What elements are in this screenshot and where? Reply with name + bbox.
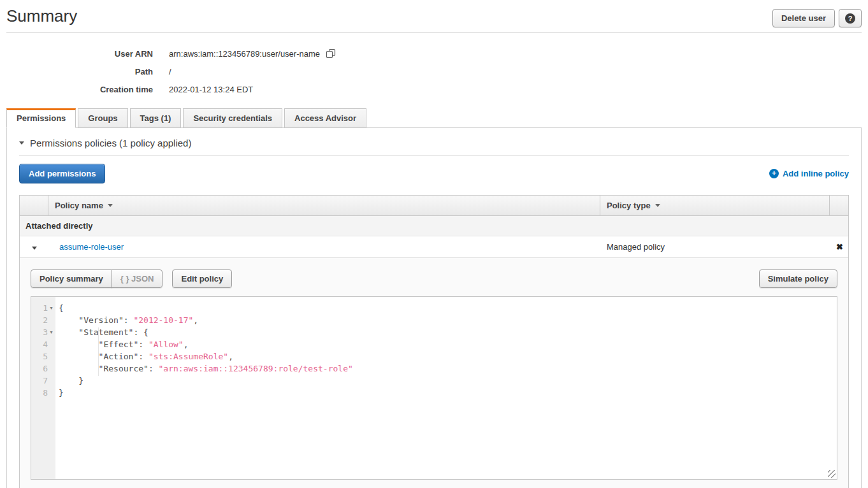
editor-code-line[interactable]: "Effect": "Allow",: [59, 338, 837, 350]
section-divider: [19, 155, 849, 156]
simulate-policy-button[interactable]: Simulate policy: [759, 269, 837, 288]
add-permissions-button[interactable]: Add permissions: [19, 164, 105, 183]
editor-line-number: 2: [31, 314, 55, 326]
add-inline-policy-label: Add inline policy: [783, 169, 849, 178]
header-actions: Delete user ?: [772, 9, 862, 27]
user-arn-label: User ARN: [0, 49, 153, 59]
creation-time-value: 2022-01-12 13:24 EDT: [169, 85, 253, 94]
group-row-label: Attached directly: [25, 221, 92, 231]
indent-guide: [98, 327, 99, 376]
tab-access-advisor[interactable]: Access Advisor: [284, 108, 366, 128]
help-icon: ?: [845, 13, 855, 24]
path-label: Path: [0, 67, 153, 76]
editor-line-number: 4: [31, 338, 55, 350]
tab-tags[interactable]: Tags (1): [130, 108, 182, 128]
policy-row: assume-role-user Managed policy ✖: [20, 236, 848, 258]
page-header: Summary Delete user ?: [0, 0, 868, 27]
remove-policy-icon[interactable]: ✖: [836, 242, 843, 252]
policy-name-link[interactable]: assume-role-user: [59, 242, 124, 252]
fold-arrow-icon[interactable]: ▾: [48, 326, 55, 338]
editor-code-line[interactable]: "Statement": {: [59, 326, 837, 338]
delete-user-button[interactable]: Delete user: [772, 9, 835, 27]
editor-line-number: 7: [31, 375, 55, 387]
editor-line-number: 3▾: [31, 326, 55, 338]
page-title: Summary: [6, 5, 77, 27]
tab-permissions[interactable]: Permissions: [6, 108, 76, 128]
tab-groups[interactable]: Groups: [78, 108, 127, 128]
policy-table-header: Policy name Policy type: [20, 196, 848, 216]
policy-table: Policy name Policy type Attached directl…: [19, 195, 849, 488]
editor-line-number: 5: [31, 350, 55, 362]
editor-gutter: 1▾2 3▾4 5 6 7 8: [31, 297, 55, 479]
policy-type-column-header[interactable]: Policy type: [600, 196, 830, 215]
fold-arrow-icon[interactable]: ▾: [48, 302, 55, 314]
copy-arn-icon[interactable]: [326, 48, 336, 59]
creation-time-label: Creation time: [0, 85, 153, 94]
editor-code-line[interactable]: }: [59, 375, 837, 387]
editor-line-number: 1▾: [31, 302, 55, 314]
policy-actions-row: Add permissions + Add inline policy: [19, 164, 849, 183]
policy-group-row: Attached directly: [20, 216, 848, 236]
policy-detail-toolbar: Policy summary { } JSON Edit policy Simu…: [31, 269, 837, 288]
sort-arrow-icon[interactable]: [655, 204, 660, 207]
editor-code-line[interactable]: "Version": "2012-10-17",: [59, 314, 837, 326]
editor-line-number: 6: [31, 362, 55, 375]
permissions-policies-title: Permissions policies (1 policy applied): [30, 138, 191, 148]
policy-type-value: Managed policy: [600, 236, 830, 257]
help-button[interactable]: ?: [839, 9, 862, 27]
policy-type-header-label: Policy type: [607, 201, 651, 210]
creation-time-row: Creation time 2022-01-12 13:24 EDT: [0, 80, 868, 98]
policy-detail-panel: Policy summary { } JSON Edit policy Simu…: [20, 258, 848, 488]
tab-content-panel: Permissions policies (1 policy applied) …: [6, 127, 862, 488]
policy-name-header-label: Policy name: [55, 201, 103, 210]
editor-resize-handle[interactable]: [828, 470, 835, 478]
json-editor[interactable]: 1▾2 3▾4 5 6 7 8 { "Version": "2012-10-17…: [31, 296, 837, 480]
permissions-policies-section-header[interactable]: Permissions policies (1 policy applied): [19, 138, 849, 148]
expand-column-header: [20, 196, 48, 215]
user-arn-row: User ARN arn:aws:iam::123456789:user/use…: [0, 45, 868, 62]
tab-bar: Permissions Groups Tags (1) Security cre…: [6, 108, 862, 128]
tab-security-credentials[interactable]: Security credentials: [183, 108, 282, 128]
editor-line-number: 8: [31, 387, 55, 399]
user-arn-value: arn:aws:iam::123456789:user/user-name: [169, 49, 320, 59]
policy-view-button-group: Policy summary { } JSON: [31, 269, 163, 288]
user-details-section: User ARN arn:aws:iam::123456789:user/use…: [0, 32, 868, 108]
policy-name-column-header[interactable]: Policy name: [48, 196, 600, 215]
editor-code[interactable]: { "Version": "2012-10-17", "Statement": …: [55, 297, 837, 479]
iam-user-summary-page: Summary Delete user ? User ARN arn:aws:i…: [0, 0, 868, 488]
path-row: Path /: [0, 62, 868, 80]
row-expand-caret-icon[interactable]: [32, 247, 37, 250]
collapse-caret-icon: [19, 141, 24, 145]
plus-circle-icon: +: [769, 169, 779, 178]
editor-code-line[interactable]: "Resource": "arn:aws:iam::123456789:role…: [59, 362, 837, 375]
editor-code-line[interactable]: "Action": "sts:AssumeRole",: [59, 350, 837, 362]
sort-arrow-icon[interactable]: [108, 204, 113, 207]
actions-column-header: [830, 196, 848, 215]
add-inline-policy-link[interactable]: + Add inline policy: [769, 169, 849, 178]
policy-summary-button[interactable]: Policy summary: [31, 269, 112, 288]
path-value: /: [169, 67, 171, 76]
edit-policy-button[interactable]: Edit policy: [172, 269, 232, 288]
editor-code-line[interactable]: }: [59, 387, 837, 399]
json-view-button[interactable]: { } JSON: [112, 269, 163, 288]
editor-code-line[interactable]: {: [59, 302, 837, 314]
